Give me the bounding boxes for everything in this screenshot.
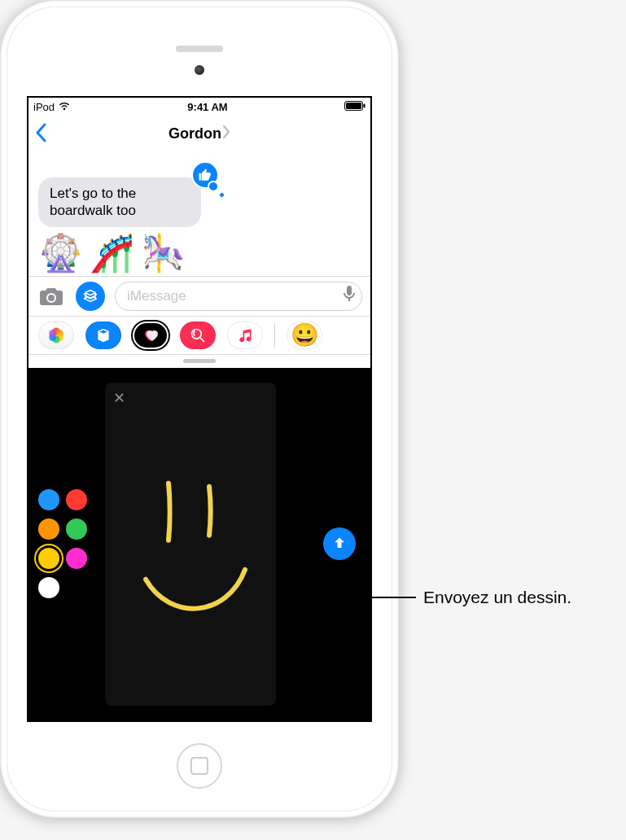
swatch-yellow[interactable] (38, 548, 59, 569)
app-store-icon[interactable] (85, 322, 121, 349)
message-input[interactable]: iMessage (115, 282, 362, 311)
swatch-magenta[interactable] (66, 548, 87, 569)
earpiece (176, 46, 223, 52)
digital-touch-app-icon[interactable] (133, 322, 169, 349)
emoji-roller-coaster: 🎢 (90, 235, 134, 271)
send-drawing-button[interactable] (323, 527, 356, 560)
swatch-white[interactable] (38, 577, 59, 598)
emoji-ferris-wheel: 🎡 (38, 235, 83, 271)
tapback-thumbs-up[interactable] (191, 161, 219, 189)
drawing-canvas[interactable]: ✕ (105, 383, 276, 707)
message-text: Let's go to the boardwalk too (50, 186, 136, 218)
swatch-green[interactable] (66, 518, 87, 540)
incoming-message[interactable]: Let's go to the boardwalk too (38, 177, 201, 227)
swatch-blue[interactable] (38, 489, 59, 510)
digital-touch-area: ✕ (28, 368, 370, 721)
svg-rect-1 (346, 103, 361, 109)
device-frame: iPod 9:41 AM Gordon (0, 0, 399, 818)
wifi-icon (58, 101, 71, 113)
svg-point-8 (49, 330, 56, 337)
svg-line-10 (200, 337, 204, 341)
emoji-app-icon[interactable]: 😀 (287, 322, 322, 349)
front-camera (195, 65, 204, 75)
callout-send-drawing: Envoyez un dessin. (423, 588, 571, 607)
conversation-area: Let's go to the boardwalk too 🎡 🎢 🎠 (28, 151, 370, 276)
images-search-icon[interactable] (180, 322, 216, 349)
app-strip[interactable]: 😀 (28, 316, 370, 355)
close-canvas-button[interactable]: ✕ (113, 389, 125, 407)
drawer-grabber[interactable] (28, 355, 370, 368)
battery-icon (344, 101, 366, 113)
camera-button[interactable] (37, 282, 66, 311)
callout-leader (336, 597, 416, 598)
incoming-emoji-message[interactable]: 🎡 🎢 🎠 (38, 235, 361, 271)
emoji-carousel: 🎠 (141, 235, 186, 271)
svg-rect-2 (364, 103, 366, 107)
conversation-title[interactable]: Gordon (169, 125, 230, 142)
contact-name: Gordon (169, 125, 221, 142)
color-palette (38, 489, 87, 598)
device-inner: iPod 9:41 AM Gordon (7, 7, 392, 812)
status-bar: iPod 9:41 AM (28, 98, 370, 116)
emoji-app-glyph: 😀 (291, 322, 319, 348)
message-placeholder: iMessage (127, 288, 186, 304)
apps-button[interactable] (76, 282, 105, 311)
clock-label: 9:41 AM (187, 101, 227, 113)
back-button[interactable] (35, 120, 46, 147)
photos-app-icon[interactable] (38, 322, 74, 349)
swatch-red[interactable] (66, 489, 87, 510)
music-app-icon[interactable] (227, 322, 263, 349)
screen: iPod 9:41 AM Gordon (27, 96, 372, 722)
message-input-row: iMessage (28, 276, 370, 316)
app-strip-divider (274, 323, 275, 348)
chevron-right-icon (223, 125, 230, 142)
home-button[interactable] (177, 743, 222, 789)
nav-bar: Gordon (28, 116, 370, 151)
carrier-label: iPod (33, 101, 55, 113)
swatch-orange[interactable] (38, 518, 59, 540)
dictation-button[interactable] (344, 286, 355, 306)
drawing-smiley (105, 383, 276, 707)
